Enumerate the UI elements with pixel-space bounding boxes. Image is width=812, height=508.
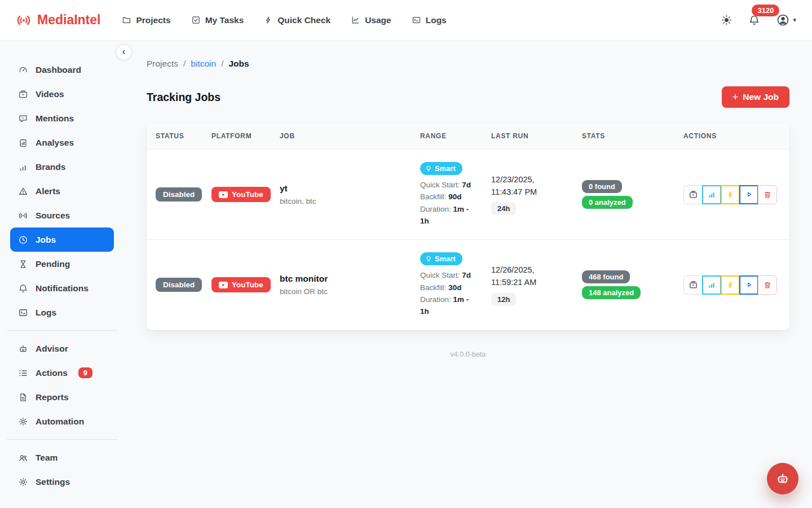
breadcrumb-current: Jobs xyxy=(228,59,249,69)
quick-start-value: 7d xyxy=(462,181,471,189)
quick-start-label: Quick Start: xyxy=(420,181,460,189)
run-action-button[interactable] xyxy=(739,185,758,204)
sidebar-item-team[interactable]: Team xyxy=(10,445,114,470)
video-library-icon xyxy=(689,280,698,290)
nav-label: My Tasks xyxy=(205,15,244,25)
bar-chart-icon xyxy=(707,281,716,290)
nav-my-tasks[interactable]: My Tasks xyxy=(191,15,244,25)
breadcrumb: Projects / bitcoin / Jobs xyxy=(147,59,789,69)
sidebar-item-alerts[interactable]: Alerts xyxy=(10,179,114,203)
quick-start-value: 7d xyxy=(462,271,471,279)
video-library-icon xyxy=(689,190,698,199)
terminal-icon xyxy=(412,15,421,25)
user-menu-button[interactable]: ▾ xyxy=(776,13,796,27)
nav-logs[interactable]: Logs xyxy=(412,15,447,25)
smart-label: Smart xyxy=(435,255,456,263)
breadcrumb-projects[interactable]: Projects xyxy=(147,59,178,69)
sidebar-item-label: Dashboard xyxy=(36,65,81,75)
broadcast-logo-icon xyxy=(16,12,32,28)
sidebar-item-label: Analyses xyxy=(36,138,74,148)
backfill-label: Backfill: xyxy=(420,283,447,292)
quick-run-action-button[interactable] xyxy=(721,275,740,295)
found-badge: 468 found xyxy=(582,270,630,283)
view-videos-action-button[interactable] xyxy=(683,185,703,204)
gear-icon xyxy=(18,417,28,427)
breadcrumb-project-bitcoin[interactable]: bitcoin xyxy=(191,59,216,69)
plus-icon: + xyxy=(732,92,739,102)
sidebar-item-label: Mentions xyxy=(36,113,74,124)
sidebar-item-analyses[interactable]: Analyses xyxy=(10,130,114,155)
view-videos-action-button[interactable] xyxy=(683,275,703,295)
nav-label: Projects xyxy=(136,15,170,25)
bell-icon xyxy=(18,283,28,294)
smart-badge: Smart xyxy=(420,162,462,175)
sidebar-item-label: Notifications xyxy=(36,283,89,294)
sidebar-item-pending[interactable]: Pending xyxy=(10,252,114,276)
job-name: btc monitor xyxy=(280,274,407,284)
sidebar-item-dashboard[interactable]: Dashboard xyxy=(10,58,114,82)
run-action-button[interactable] xyxy=(739,275,758,295)
sidebar-item-label: Settings xyxy=(36,477,70,487)
sidebar-item-automation[interactable]: Automation xyxy=(10,409,114,433)
duration-label: Duration: xyxy=(420,295,451,304)
sidebar-item-label: Pending xyxy=(36,259,70,269)
broadcast-icon xyxy=(18,211,28,221)
delete-action-button[interactable] xyxy=(758,275,777,295)
navbar-right: 3120 ▾ xyxy=(721,13,796,27)
sidebar-item-reports[interactable]: Reports xyxy=(10,385,114,409)
smart-label: Smart xyxy=(435,164,456,173)
sidebar-item-label: Logs xyxy=(36,308,56,318)
sidebar-divider xyxy=(7,330,117,331)
sidebar-item-settings[interactable]: Settings xyxy=(10,470,114,494)
quick-run-action-button[interactable] xyxy=(721,185,740,204)
folder-icon xyxy=(122,15,131,25)
lightbulb-icon xyxy=(425,256,432,262)
brand-logo[interactable]: MediaIntel xyxy=(16,12,100,28)
gauge-icon xyxy=(18,65,28,75)
notifications-bell-wrap: 3120 xyxy=(748,14,760,26)
sidebar-item-jobs[interactable]: Jobs xyxy=(10,227,114,252)
interval-badge: 24h xyxy=(491,202,516,215)
sidebar-collapse-button[interactable] xyxy=(116,45,131,60)
nav-usage[interactable]: Usage xyxy=(351,15,391,25)
sidebar-item-videos[interactable]: Videos xyxy=(10,82,114,106)
table-row: Disabled YouTube yt bitcoin, btc xyxy=(147,150,789,240)
delete-action-button[interactable] xyxy=(758,185,777,204)
lightning-icon xyxy=(726,190,735,199)
avatar-icon xyxy=(776,13,790,27)
sidebar-item-label: Team xyxy=(36,453,58,463)
sidebar-item-advisor[interactable]: Advisor xyxy=(10,336,114,361)
nav-quick-check[interactable]: Quick Check xyxy=(264,15,330,25)
sidebar-item-brands[interactable]: Brands xyxy=(10,155,114,179)
page-header: Tracking Jobs + New Job xyxy=(147,86,789,108)
team-icon xyxy=(18,453,28,463)
sidebar-item-label: Automation xyxy=(36,417,84,427)
bar-chart-icon xyxy=(18,162,28,172)
sidebar-item-sources[interactable]: Sources xyxy=(10,203,114,227)
nav-projects[interactable]: Projects xyxy=(122,15,170,25)
main-content: Projects / bitcoin / Jobs Tracking Jobs … xyxy=(124,41,812,508)
robot-icon xyxy=(775,471,791,487)
range-details: Quick Start: 7d Backfill: 90d Duration: … xyxy=(420,179,475,227)
analytics-action-button[interactable] xyxy=(702,185,721,204)
bar-chart-icon xyxy=(707,190,716,199)
row-actions xyxy=(683,185,783,204)
app-version: v4.0.0-beta xyxy=(147,351,789,358)
theme-toggle-button[interactable] xyxy=(721,14,732,26)
sidebar-item-mentions[interactable]: Mentions xyxy=(10,106,114,130)
sidebar-item-notifications[interactable]: Notifications xyxy=(10,276,114,300)
trash-icon xyxy=(763,190,772,199)
status-badge: Disabled xyxy=(156,187,202,202)
play-icon xyxy=(745,281,753,289)
range-details: Quick Start: 7d Backfill: 30d Duration: … xyxy=(420,269,475,317)
brand-name: MediaIntel xyxy=(37,12,100,28)
assistant-fab-button[interactable] xyxy=(767,463,798,494)
robot-icon xyxy=(18,344,28,354)
sidebar-item-logs[interactable]: Logs xyxy=(10,300,114,325)
chevron-left-icon xyxy=(120,49,127,56)
stats: 468 found 148 analyzed xyxy=(582,270,670,299)
analytics-action-button[interactable] xyxy=(702,275,721,295)
new-job-button[interactable]: + New Job xyxy=(722,86,789,108)
sidebar-item-actions[interactable]: Actions 9 xyxy=(10,361,114,385)
lightbulb-icon xyxy=(425,165,432,172)
